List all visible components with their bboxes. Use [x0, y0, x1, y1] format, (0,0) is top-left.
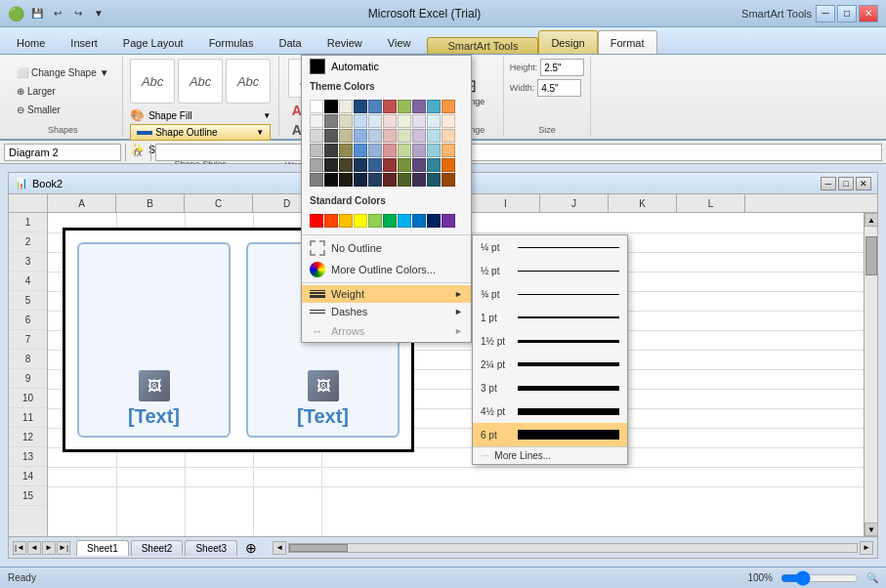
shape-outline-button[interactable]: Shape Outline ▼ — [130, 124, 271, 141]
row-8[interactable]: 8 — [9, 350, 47, 369]
row-5[interactable]: 5 — [9, 291, 47, 311]
tab-review[interactable]: Review — [315, 30, 375, 54]
color-swatch[interactable] — [339, 144, 353, 157]
save-button[interactable]: 💾 — [28, 5, 46, 22]
smartart-card-1[interactable]: 🖼 [Text] — [77, 242, 231, 438]
color-swatch[interactable] — [412, 144, 426, 157]
workbook-close[interactable]: ✕ — [856, 177, 871, 190]
hscroll-track[interactable] — [288, 543, 858, 553]
minimize-button[interactable]: ─ — [816, 5, 835, 22]
tab-insert[interactable]: Insert — [58, 30, 110, 54]
color-swatch[interactable] — [383, 100, 397, 113]
weight-item-8[interactable]: 6 pt — [473, 423, 627, 446]
color-swatch[interactable] — [383, 144, 397, 157]
row-3[interactable]: 3 — [9, 252, 47, 272]
color-swatch[interactable] — [427, 129, 441, 143]
weight-item-1[interactable]: ½ pt — [473, 259, 627, 282]
row-6[interactable]: 6 — [9, 311, 47, 330]
quick-access-dropdown[interactable]: ▼ — [90, 5, 107, 22]
menu-item-automatic[interactable]: Automatic — [302, 56, 471, 77]
weight-item-7[interactable]: 4½ pt — [473, 399, 627, 423]
insert-sheet-button[interactable]: ⊕ — [239, 540, 263, 556]
vertical-scrollbar[interactable]: ▲ ▼ — [864, 213, 877, 536]
shape-style-1[interactable]: Abc — [130, 59, 175, 104]
standard-color-swatch[interactable] — [368, 214, 382, 228]
row-14[interactable]: 14 — [9, 467, 47, 486]
color-swatch[interactable] — [383, 158, 397, 172]
hscroll-thumb[interactable] — [289, 544, 348, 552]
workbook-maximize[interactable]: □ — [838, 177, 854, 190]
color-swatch[interactable] — [368, 173, 382, 187]
color-swatch[interactable] — [383, 129, 397, 143]
color-swatch[interactable] — [427, 114, 441, 128]
color-swatch[interactable] — [398, 158, 411, 172]
color-swatch[interactable] — [412, 129, 426, 143]
tab-format[interactable]: Format — [598, 30, 657, 54]
color-swatch[interactable] — [442, 173, 455, 187]
standard-color-swatch[interactable] — [339, 214, 353, 228]
color-swatch[interactable] — [442, 114, 455, 128]
redo-button[interactable]: ↪ — [69, 5, 87, 22]
tab-page-layout[interactable]: Page Layout — [110, 30, 196, 54]
color-swatch[interactable] — [354, 100, 367, 113]
menu-item-weight[interactable]: Weight ► — [302, 285, 471, 303]
tab-view[interactable]: View — [375, 30, 424, 54]
color-swatch[interactable] — [398, 144, 411, 157]
tab-home[interactable]: Home — [4, 30, 58, 54]
sheet-nav-prev[interactable]: ◄ — [27, 541, 41, 555]
color-swatch[interactable] — [310, 129, 323, 143]
color-swatch[interactable] — [368, 144, 382, 157]
row-12[interactable]: 12 — [9, 428, 47, 447]
color-swatch[interactable] — [324, 158, 338, 172]
larger-button[interactable]: ⊕ Larger — [10, 83, 116, 100]
row-1[interactable]: 1 — [9, 213, 47, 232]
color-swatch[interactable] — [368, 114, 382, 128]
sheet-nav-last[interactable]: ►| — [57, 541, 70, 555]
color-swatch[interactable] — [354, 144, 367, 157]
color-swatch[interactable] — [310, 114, 323, 128]
row-4[interactable]: 4 — [9, 272, 47, 291]
row-15[interactable]: 15 — [9, 486, 47, 506]
weight-item-4[interactable]: 1½ pt — [473, 329, 627, 353]
color-swatch[interactable] — [324, 129, 338, 143]
color-swatch[interactable] — [412, 114, 426, 128]
tab-data[interactable]: Data — [266, 30, 314, 54]
scroll-down-button[interactable]: ▼ — [865, 523, 877, 536]
close-button[interactable]: ✕ — [859, 5, 878, 22]
color-swatch[interactable] — [412, 158, 426, 172]
menu-item-no-outline[interactable]: No Outline — [302, 237, 471, 259]
color-swatch[interactable] — [427, 144, 441, 157]
color-swatch[interactable] — [398, 129, 411, 143]
color-swatch[interactable] — [442, 158, 455, 172]
standard-color-swatch[interactable] — [427, 214, 441, 228]
color-swatch[interactable] — [427, 173, 441, 187]
color-swatch[interactable] — [354, 158, 367, 172]
row-13[interactable]: 13 — [9, 447, 47, 467]
color-swatch[interactable] — [427, 100, 441, 113]
tab-design[interactable]: Design — [538, 30, 597, 54]
color-swatch[interactable] — [442, 129, 455, 143]
color-swatch[interactable] — [310, 100, 323, 113]
col-header-c[interactable]: C — [185, 194, 253, 212]
color-swatch[interactable] — [398, 173, 411, 187]
color-swatch[interactable] — [324, 173, 338, 187]
color-swatch[interactable] — [427, 158, 441, 172]
color-swatch[interactable] — [324, 100, 338, 113]
col-header-l[interactable]: L — [677, 194, 745, 212]
weight-item-3[interactable]: 1 pt — [473, 306, 627, 329]
formula-input[interactable] — [155, 144, 882, 161]
hscroll-left[interactable]: ◄ — [273, 541, 286, 555]
color-swatch[interactable] — [368, 129, 382, 143]
row-11[interactable]: 11 — [9, 408, 47, 428]
row-7[interactable]: 7 — [9, 330, 47, 350]
sheet-tab-1[interactable]: Sheet1 — [76, 540, 129, 556]
weight-item-6[interactable]: 3 pt — [473, 376, 627, 399]
color-swatch[interactable] — [354, 173, 367, 187]
more-lines-button[interactable]: ···More Lines... — [473, 446, 627, 464]
standard-color-swatch[interactable] — [398, 214, 411, 228]
color-swatch[interactable] — [324, 144, 338, 157]
color-swatch[interactable] — [368, 100, 382, 113]
row-2[interactable]: 2 — [9, 232, 47, 252]
change-shape-button[interactable]: ⬜ Change Shape ▼ — [10, 64, 116, 81]
sheet-nav-first[interactable]: |◄ — [13, 541, 26, 555]
